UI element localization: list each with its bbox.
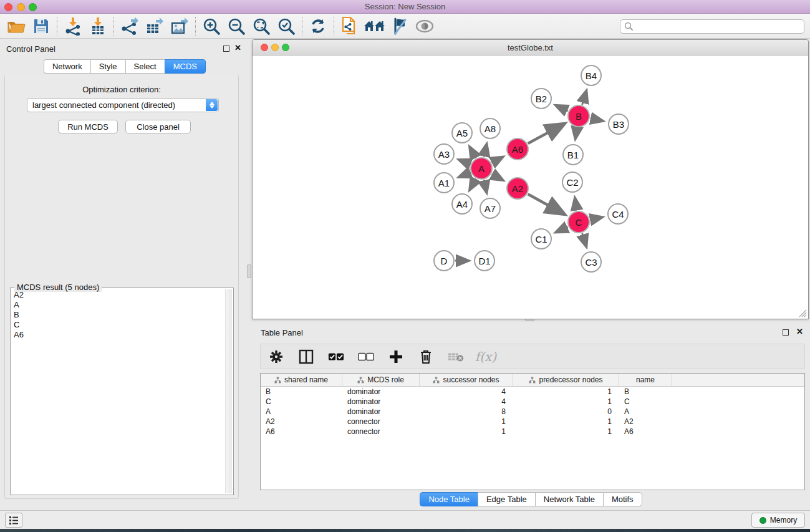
edge-A6-B[interactable] [528,123,564,143]
node-B2[interactable]: B2 [531,88,552,109]
float-table-panel-icon[interactable] [783,329,789,336]
network-window-titlebar[interactable]: testGlobe.txt [253,40,808,56]
edge-C-C4[interactable] [591,217,603,220]
edge-B-B4[interactable] [582,90,587,105]
edge-B-B1[interactable] [576,128,577,139]
close-panel-icon[interactable]: ✕ [234,43,241,52]
criterion-select[interactable]: largest connected component (directed) [27,98,219,112]
float-panel-icon[interactable] [223,46,229,52]
panel-divider-handle[interactable] [247,264,251,278]
export-table-button[interactable] [142,15,167,37]
network-canvas[interactable]: B4B2BB3A8A5A6A3B1AA1C2A2A4A7C4CC1DD1C3 [253,56,808,319]
edge-A-A5[interactable] [470,147,476,158]
zoom-out-button[interactable] [224,15,249,37]
edge-A-A4[interactable] [470,179,476,190]
node-A8[interactable]: A8 [480,118,501,139]
edge-A-A6[interactable] [492,157,503,163]
open-session-button[interactable] [4,15,29,37]
edge-B-B2[interactable] [556,105,568,111]
node-A1[interactable]: A1 [433,172,455,193]
export-image-button[interactable] [167,15,192,37]
minimize-window-button[interactable] [17,3,25,11]
column-header-mcds-role[interactable]: MCDS role [342,374,420,386]
show-columns-button[interactable] [298,347,314,366]
zoom-selected-button[interactable] [274,15,299,37]
edge-A2-C[interactable] [528,194,565,214]
node-B[interactable]: B [567,105,590,127]
resize-grip-icon[interactable] [799,309,807,317]
table-row[interactable]: Cdominator41C [261,397,804,407]
hide-selected-button[interactable] [387,15,412,37]
refresh-layout-button[interactable] [306,15,330,37]
edge-A-A2[interactable] [492,174,504,180]
mcds-result-item[interactable]: C [11,320,226,330]
table-row[interactable]: A6connector11A6 [261,427,804,437]
table-row[interactable]: A2connector11A2 [261,417,804,427]
column-header-predecessor-nodes[interactable]: predecessor nodes [513,374,619,386]
import-network-button[interactable] [60,15,85,37]
table-settings-button[interactable] [268,347,284,366]
edge-C-C2[interactable] [575,198,577,211]
tab-network-table[interactable]: Network Table [535,492,603,506]
import-table-button[interactable] [85,15,110,37]
deselect-all-button[interactable] [358,347,374,366]
column-header-successor-nodes[interactable]: successor nodes [420,374,513,386]
run-mcds-button[interactable]: Run MCDS [58,120,118,133]
node-A4[interactable]: A4 [451,193,473,215]
tab-edge-table[interactable]: Edge Table [478,492,535,506]
mcds-result-item[interactable]: A6 [11,330,226,340]
edge-A-A7[interactable] [484,180,487,193]
tab-node-table[interactable]: Node Table [420,492,478,506]
edge-A-A8[interactable] [484,143,487,157]
node-D[interactable]: D [433,250,455,271]
first-neighbors-button[interactable] [362,15,387,37]
close-table-panel-icon[interactable]: ✕ [796,327,803,336]
search-input[interactable] [620,19,804,34]
tab-select[interactable]: Select [125,59,165,74]
edge-C-C3[interactable] [582,233,587,247]
node-table[interactable]: shared nameMCDS rolesuccessor nodesprede… [260,373,805,490]
mcds-result-item[interactable]: A [11,300,226,310]
node-C3[interactable]: C3 [581,251,602,273]
column-header-shared-name[interactable]: shared name [261,374,342,386]
delete-table-button[interactable] [448,347,464,366]
tab-mcds[interactable]: MCDS [165,59,206,74]
node-B1[interactable]: B1 [562,144,584,165]
clone-network-button[interactable] [337,15,362,37]
node-C1[interactable]: C1 [531,228,552,249]
tab-style[interactable]: Style [90,59,125,74]
column-header-name[interactable]: name [619,374,672,386]
node-D1[interactable]: D1 [474,250,495,271]
node-C2[interactable]: C2 [562,172,583,193]
node-B4[interactable]: B4 [581,65,602,86]
node-A2[interactable]: A2 [506,177,529,200]
export-network-button[interactable] [117,15,142,37]
add-row-button[interactable] [388,347,404,366]
close-panel-button[interactable]: Close panel [125,120,191,133]
node-C4[interactable]: C4 [607,203,629,225]
function-builder-button[interactable]: f(x) [478,347,494,366]
edge-A-A1[interactable] [458,173,470,177]
node-A[interactable]: A [470,157,493,180]
mcds-result-item[interactable]: B [11,310,226,320]
show-all-button[interactable] [412,15,437,37]
mcds-list-scrollbar[interactable] [225,289,232,493]
tab-network[interactable]: Network [44,59,90,74]
node-A3[interactable]: A3 [433,143,455,165]
node-A7[interactable]: A7 [480,198,501,219]
memory-button[interactable]: Memory [751,513,805,528]
node-C[interactable]: C [567,211,590,233]
edge-B-B3[interactable] [591,118,604,121]
table-row[interactable]: Adominator80A [261,407,804,417]
table-row[interactable]: Bdominator41B [261,387,804,397]
node-A6[interactable]: A6 [506,138,529,160]
task-history-button[interactable] [5,513,22,528]
zoom-window-button[interactable] [29,3,37,11]
edge-C-C1[interactable] [556,227,568,233]
select-all-button[interactable] [328,347,344,366]
zoom-fit-button[interactable] [249,15,274,37]
close-window-button[interactable] [4,3,12,11]
save-session-button[interactable] [29,15,54,37]
edge-A-A3[interactable] [458,160,470,164]
delete-row-button[interactable] [418,347,434,366]
